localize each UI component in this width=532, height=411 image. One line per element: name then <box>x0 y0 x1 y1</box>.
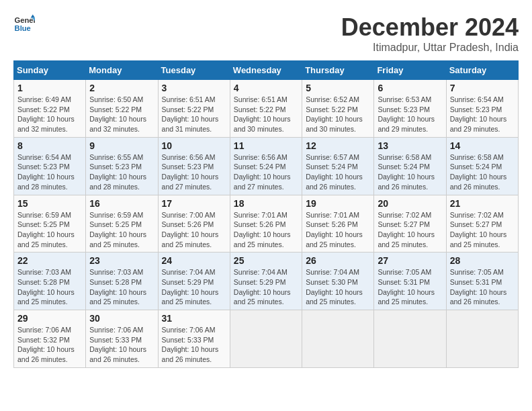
calendar-cell <box>446 310 518 368</box>
column-header-thursday: Thursday <box>302 61 374 80</box>
day-info: Sunrise: 6:54 AM Sunset: 5:23 PM Dayligh… <box>17 152 82 192</box>
day-info: Sunrise: 7:00 AM Sunset: 5:26 PM Dayligh… <box>162 210 226 250</box>
day-number: 2 <box>89 83 154 93</box>
day-number: 10 <box>162 140 226 151</box>
day-info: Sunrise: 6:56 AM Sunset: 5:23 PM Dayligh… <box>162 152 226 192</box>
calendar-cell <box>302 310 374 368</box>
column-header-wednesday: Wednesday <box>230 61 302 80</box>
calendar-cell: 1Sunrise: 6:49 AM Sunset: 5:22 PM Daylig… <box>14 80 86 138</box>
calendar-cell: 28Sunrise: 7:05 AM Sunset: 5:31 PM Dayli… <box>446 253 518 310</box>
calendar-cell: 26Sunrise: 7:04 AM Sunset: 5:30 PM Dayli… <box>302 253 374 310</box>
day-info: Sunrise: 7:02 AM Sunset: 5:27 PM Dayligh… <box>450 210 515 250</box>
day-info: Sunrise: 7:04 AM Sunset: 5:29 PM Dayligh… <box>162 267 226 307</box>
logo: General Blue <box>13 13 35 35</box>
day-info: Sunrise: 6:56 AM Sunset: 5:24 PM Dayligh… <box>234 152 298 192</box>
day-number: 23 <box>89 255 154 266</box>
day-number: 29 <box>17 313 82 324</box>
day-info: Sunrise: 6:53 AM Sunset: 5:23 PM Dayligh… <box>378 95 442 134</box>
calendar-cell: 31Sunrise: 7:06 AM Sunset: 5:33 PM Dayli… <box>158 310 230 368</box>
page-header: General Blue December 2024 Itimadpur, Ut… <box>13 13 519 54</box>
day-info: Sunrise: 7:06 AM Sunset: 5:33 PM Dayligh… <box>162 325 226 365</box>
day-info: Sunrise: 6:54 AM Sunset: 5:23 PM Dayligh… <box>450 95 515 134</box>
calendar-cell: 10Sunrise: 6:56 AM Sunset: 5:23 PM Dayli… <box>158 137 230 195</box>
calendar-cell: 30Sunrise: 7:06 AM Sunset: 5:33 PM Dayli… <box>86 310 158 368</box>
day-info: Sunrise: 7:01 AM Sunset: 5:26 PM Dayligh… <box>306 210 370 250</box>
day-number: 7 <box>450 83 515 93</box>
day-number: 13 <box>378 140 442 151</box>
calendar-cell: 23Sunrise: 7:03 AM Sunset: 5:28 PM Dayli… <box>86 253 158 310</box>
day-info: Sunrise: 7:06 AM Sunset: 5:32 PM Dayligh… <box>17 325 82 365</box>
day-number: 15 <box>17 198 82 209</box>
calendar-cell: 12Sunrise: 6:57 AM Sunset: 5:24 PM Dayli… <box>302 137 374 195</box>
calendar-cell: 3Sunrise: 6:51 AM Sunset: 5:22 PM Daylig… <box>158 80 230 138</box>
calendar-cell: 5Sunrise: 6:52 AM Sunset: 5:22 PM Daylig… <box>302 80 374 138</box>
day-number: 3 <box>162 83 226 93</box>
calendar-week-3: 15Sunrise: 6:59 AM Sunset: 5:25 PM Dayli… <box>14 195 519 253</box>
logo-icon: General Blue <box>13 13 35 35</box>
day-info: Sunrise: 6:57 AM Sunset: 5:24 PM Dayligh… <box>306 152 370 192</box>
day-number: 5 <box>306 83 370 93</box>
day-number: 27 <box>378 255 442 266</box>
day-info: Sunrise: 7:06 AM Sunset: 5:33 PM Dayligh… <box>89 325 154 365</box>
calendar-cell: 19Sunrise: 7:01 AM Sunset: 5:26 PM Dayli… <box>302 195 374 253</box>
day-number: 16 <box>89 198 154 209</box>
day-info: Sunrise: 7:01 AM Sunset: 5:26 PM Dayligh… <box>234 210 298 250</box>
day-number: 12 <box>306 140 370 151</box>
calendar-cell: 13Sunrise: 6:58 AM Sunset: 5:24 PM Dayli… <box>374 137 446 195</box>
calendar-cell: 2Sunrise: 6:50 AM Sunset: 5:22 PM Daylig… <box>86 80 158 138</box>
calendar-week-4: 22Sunrise: 7:03 AM Sunset: 5:28 PM Dayli… <box>14 253 519 310</box>
calendar-cell: 14Sunrise: 6:58 AM Sunset: 5:24 PM Dayli… <box>446 137 518 195</box>
calendar-cell <box>374 310 446 368</box>
day-number: 19 <box>306 198 370 209</box>
calendar-table: SundayMondayTuesdayWednesdayThursdayFrid… <box>13 60 519 368</box>
day-number: 21 <box>450 198 515 209</box>
calendar-subtitle: Itimadpur, Uttar Pradesh, India <box>341 42 519 54</box>
calendar-cell: 6Sunrise: 6:53 AM Sunset: 5:23 PM Daylig… <box>374 80 446 138</box>
day-info: Sunrise: 6:55 AM Sunset: 5:23 PM Dayligh… <box>89 152 154 192</box>
day-number: 11 <box>234 140 298 151</box>
day-number: 24 <box>162 255 226 266</box>
day-info: Sunrise: 6:50 AM Sunset: 5:22 PM Dayligh… <box>89 95 154 134</box>
day-number: 18 <box>234 198 298 209</box>
day-number: 17 <box>162 198 226 209</box>
calendar-week-1: 1Sunrise: 6:49 AM Sunset: 5:22 PM Daylig… <box>14 80 519 138</box>
svg-text:Blue: Blue <box>15 24 31 32</box>
day-info: Sunrise: 6:51 AM Sunset: 5:22 PM Dayligh… <box>162 95 226 134</box>
calendar-week-2: 8Sunrise: 6:54 AM Sunset: 5:23 PM Daylig… <box>14 137 519 195</box>
day-number: 14 <box>450 140 515 151</box>
day-info: Sunrise: 7:04 AM Sunset: 5:30 PM Dayligh… <box>306 267 370 307</box>
day-number: 1 <box>17 83 82 93</box>
day-number: 4 <box>234 83 298 93</box>
calendar-cell: 21Sunrise: 7:02 AM Sunset: 5:27 PM Dayli… <box>446 195 518 253</box>
day-number: 9 <box>89 140 154 151</box>
day-number: 25 <box>234 255 298 266</box>
day-info: Sunrise: 7:05 AM Sunset: 5:31 PM Dayligh… <box>378 267 442 307</box>
day-info: Sunrise: 7:03 AM Sunset: 5:28 PM Dayligh… <box>17 267 82 307</box>
calendar-cell: 24Sunrise: 7:04 AM Sunset: 5:29 PM Dayli… <box>158 253 230 310</box>
day-info: Sunrise: 7:04 AM Sunset: 5:29 PM Dayligh… <box>234 267 298 307</box>
calendar-cell <box>230 310 302 368</box>
calendar-title: December 2024 <box>341 13 519 42</box>
day-number: 28 <box>450 255 515 266</box>
day-number: 30 <box>89 313 154 324</box>
day-number: 8 <box>17 140 82 151</box>
day-info: Sunrise: 7:05 AM Sunset: 5:31 PM Dayligh… <box>450 267 515 307</box>
column-header-saturday: Saturday <box>446 61 518 80</box>
column-header-sunday: Sunday <box>14 61 86 80</box>
title-block: December 2024 Itimadpur, Uttar Pradesh, … <box>341 13 519 54</box>
day-info: Sunrise: 6:51 AM Sunset: 5:22 PM Dayligh… <box>234 95 298 134</box>
calendar-cell: 8Sunrise: 6:54 AM Sunset: 5:23 PM Daylig… <box>14 137 86 195</box>
calendar-cell: 25Sunrise: 7:04 AM Sunset: 5:29 PM Dayli… <box>230 253 302 310</box>
day-info: Sunrise: 6:58 AM Sunset: 5:24 PM Dayligh… <box>378 152 442 192</box>
column-header-friday: Friday <box>374 61 446 80</box>
calendar-week-5: 29Sunrise: 7:06 AM Sunset: 5:32 PM Dayli… <box>14 310 519 368</box>
calendar-cell: 18Sunrise: 7:01 AM Sunset: 5:26 PM Dayli… <box>230 195 302 253</box>
calendar-cell: 9Sunrise: 6:55 AM Sunset: 5:23 PM Daylig… <box>86 137 158 195</box>
day-info: Sunrise: 6:49 AM Sunset: 5:22 PM Dayligh… <box>17 95 82 134</box>
day-number: 26 <box>306 255 370 266</box>
column-header-monday: Monday <box>86 61 158 80</box>
day-info: Sunrise: 6:59 AM Sunset: 5:25 PM Dayligh… <box>17 210 82 250</box>
calendar-cell: 17Sunrise: 7:00 AM Sunset: 5:26 PM Dayli… <box>158 195 230 253</box>
calendar-cell: 11Sunrise: 6:56 AM Sunset: 5:24 PM Dayli… <box>230 137 302 195</box>
calendar-cell: 20Sunrise: 7:02 AM Sunset: 5:27 PM Dayli… <box>374 195 446 253</box>
